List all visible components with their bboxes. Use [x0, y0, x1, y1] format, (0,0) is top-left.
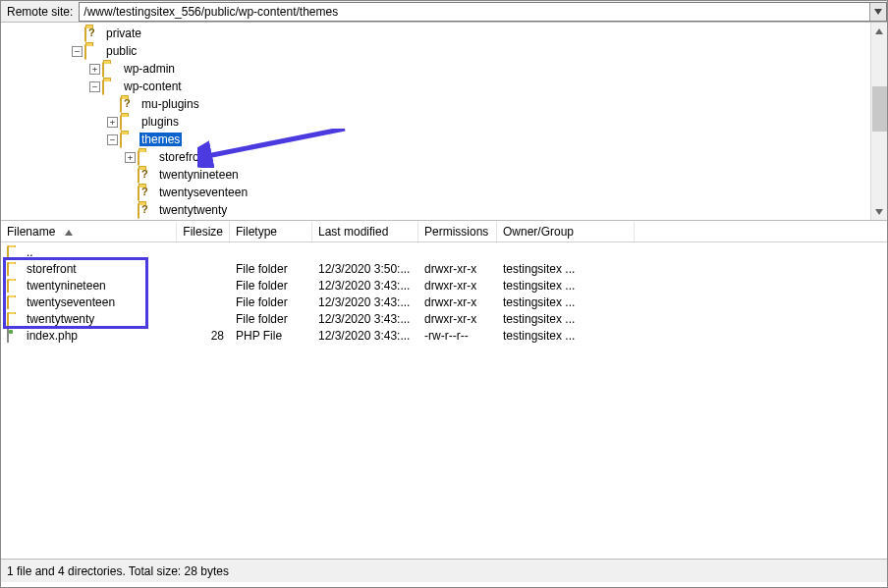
- tree-node-label: private: [104, 27, 143, 40]
- remote-path-combo[interactable]: [79, 2, 887, 22]
- row-name: twentytwenty: [27, 312, 94, 326]
- collapse-icon[interactable]: −: [89, 81, 100, 92]
- row-size: 28: [177, 329, 230, 343]
- scroll-thumb[interactable]: [872, 86, 887, 132]
- folder-icon: [138, 150, 153, 164]
- row-owner: testingsitex ...: [497, 262, 635, 276]
- tree-node[interactable]: +plugins: [1, 113, 870, 131]
- list-row[interactable]: index.php28PHP File12/3/2020 3:43:...-rw…: [1, 327, 887, 344]
- tree-node-label: public: [104, 44, 139, 58]
- tree-node[interactable]: private: [1, 25, 870, 42]
- expand-icon[interactable]: +: [125, 152, 136, 163]
- row-type: File folder: [230, 262, 312, 276]
- no-expander: [125, 170, 136, 181]
- row-type: File folder: [230, 295, 312, 309]
- row-name: ..: [27, 245, 33, 259]
- chevron-down-icon: [875, 209, 883, 215]
- row-perm: drwxr-xr-x: [418, 312, 497, 326]
- row-name: index.php: [27, 329, 78, 343]
- row-name: storefront: [27, 262, 77, 276]
- no-expander: [125, 205, 136, 216]
- folder-icon: [120, 133, 136, 146]
- tree-scrollbar[interactable]: [870, 23, 887, 220]
- folder-icon: [7, 262, 23, 276]
- php-file-icon: [7, 329, 23, 343]
- list-row[interactable]: twentynineteenFile folder12/3/2020 3:43:…: [1, 277, 887, 294]
- folder-unknown-icon: [84, 27, 100, 40]
- expand-icon[interactable]: +: [89, 64, 100, 75]
- list-row[interactable]: storefrontFile folder12/3/2020 3:50:...d…: [1, 260, 887, 277]
- remote-path-dropdown[interactable]: [869, 3, 886, 21]
- col-permissions[interactable]: Permissions: [418, 222, 497, 241]
- row-type: File folder: [230, 312, 312, 326]
- folder-unknown-icon: [138, 186, 153, 199]
- row-mod: 12/3/2020 3:43:...: [312, 312, 418, 326]
- tree-node-label: twentynineteen: [157, 168, 241, 182]
- folder-icon: [120, 115, 136, 129]
- folder-icon: [7, 245, 23, 259]
- tree-node[interactable]: −wp-content: [1, 78, 870, 95]
- tree-node[interactable]: +wp-admin: [1, 60, 870, 78]
- no-expander: [125, 187, 136, 198]
- remote-site-label: Remote site:: [1, 5, 79, 19]
- row-owner: testingsitex ...: [497, 279, 635, 293]
- parent-dir-row[interactable]: ..: [1, 243, 887, 260]
- scroll-up-button[interactable]: [871, 23, 887, 39]
- chevron-down-icon: [874, 9, 882, 15]
- row-owner: testingsitex ...: [497, 295, 635, 309]
- tree-node-label: themes: [139, 133, 182, 146]
- scroll-down-button[interactable]: [871, 203, 887, 220]
- row-type: File folder: [230, 279, 312, 293]
- row-mod: 12/3/2020 3:50:...: [312, 262, 418, 276]
- tree-node[interactable]: +storefront: [1, 148, 870, 166]
- tree-node-label: plugins: [139, 115, 181, 129]
- remote-path-input[interactable]: [80, 3, 869, 21]
- list-row[interactable]: twentytwentyFile folder12/3/2020 3:43:..…: [1, 310, 887, 327]
- tree-node-label: storefront: [157, 150, 211, 164]
- tree-node[interactable]: twentyseventeen: [1, 184, 870, 201]
- tree-node-label: mu-plugins: [139, 97, 201, 111]
- folder-unknown-icon: [138, 203, 153, 217]
- folder-icon: [7, 312, 23, 326]
- no-expander: [72, 28, 83, 39]
- row-owner: testingsitex ...: [497, 329, 635, 343]
- tree-node[interactable]: mu-plugins: [1, 95, 870, 113]
- row-perm: drwxr-xr-x: [418, 295, 497, 309]
- list-row[interactable]: twentyseventeenFile folder12/3/2020 3:43…: [1, 294, 887, 310]
- row-mod: 12/3/2020 3:43:...: [312, 329, 418, 343]
- row-name: twentyseventeen: [27, 295, 115, 309]
- tree-node-label: twentyseventeen: [157, 186, 250, 199]
- folder-unknown-icon: [138, 168, 153, 182]
- folder-icon: [102, 80, 118, 93]
- file-list-header: Filename Filesize Filetype Last modified…: [1, 221, 887, 242]
- col-filetype[interactable]: Filetype: [230, 222, 312, 241]
- no-expander: [107, 99, 118, 110]
- row-mod: 12/3/2020 3:43:...: [312, 279, 418, 293]
- tree-node[interactable]: twentynineteen: [1, 166, 870, 184]
- col-filesize[interactable]: Filesize: [177, 222, 230, 241]
- statusbar-text: 1 file and 4 directories. Total size: 28…: [7, 564, 229, 578]
- col-filename[interactable]: Filename: [1, 222, 177, 241]
- folder-icon: [7, 295, 23, 309]
- collapse-icon[interactable]: −: [72, 46, 83, 57]
- folder-icon: [7, 279, 23, 293]
- row-perm: drwxr-xr-x: [418, 279, 497, 293]
- row-perm: drwxr-xr-x: [418, 262, 497, 276]
- collapse-icon[interactable]: −: [107, 134, 118, 145]
- expand-icon[interactable]: +: [107, 117, 118, 128]
- row-owner: testingsitex ...: [497, 312, 635, 326]
- row-mod: 12/3/2020 3:43:...: [312, 295, 418, 309]
- tree-node[interactable]: twentytwenty: [1, 201, 870, 219]
- tree-node[interactable]: −themes: [1, 131, 870, 148]
- file-list-body[interactable]: ..storefrontFile folder12/3/2020 3:50:..…: [1, 242, 887, 344]
- row-type: PHP File: [230, 329, 312, 343]
- remote-tree[interactable]: private−public+wp-admin−wp-contentmu-plu…: [1, 23, 870, 220]
- col-modified[interactable]: Last modified: [312, 222, 418, 241]
- folder-icon: [102, 62, 118, 76]
- chevron-up-icon: [875, 28, 883, 34]
- col-owner[interactable]: Owner/Group: [497, 222, 635, 241]
- tree-node-label: wp-content: [122, 80, 184, 93]
- sort-asc-icon: [65, 225, 73, 239]
- col-filename-label: Filename: [7, 225, 55, 239]
- tree-node[interactable]: −public: [1, 42, 870, 60]
